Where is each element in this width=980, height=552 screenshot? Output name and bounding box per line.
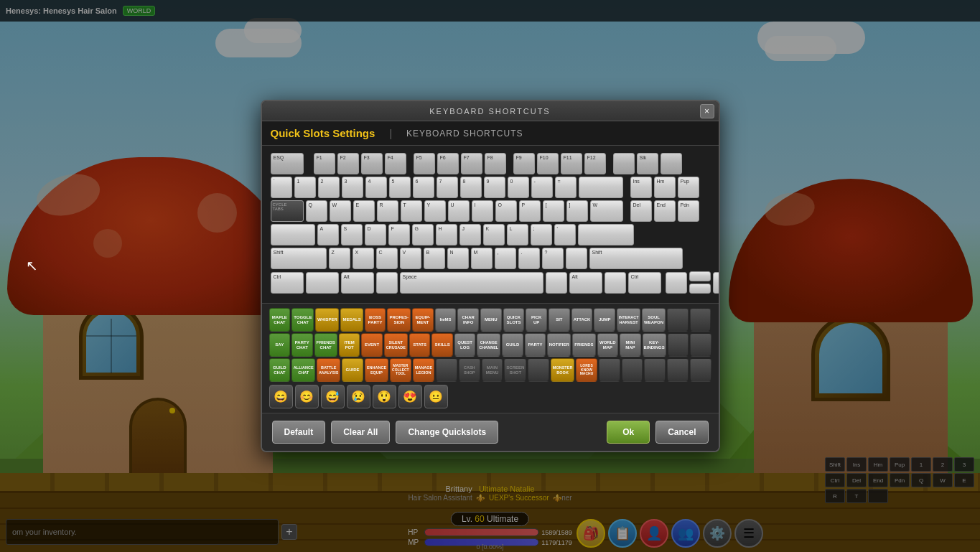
skill-medals[interactable]: MEDALS [340, 308, 363, 332]
key-k[interactable]: K [483, 224, 505, 245]
close-button[interactable]: × [700, 104, 714, 118]
key-9[interactable]: 9 [484, 177, 505, 198]
emoji-surprised[interactable]: 😲 [373, 385, 396, 408]
key-lbracket[interactable]: [ [543, 200, 564, 222]
key-enter[interactable] [578, 224, 634, 245]
key-d[interactable]: D [365, 224, 386, 245]
key-ins[interactable]: Ins [630, 177, 652, 198]
key-f7[interactable]: F7 [461, 153, 482, 174]
key-y[interactable]: Y [424, 200, 446, 222]
change-quickslots-button[interactable]: Change Quickslots [396, 421, 498, 444]
key-v[interactable]: V [400, 248, 421, 269]
key-j[interactable]: J [459, 224, 481, 245]
key-f1[interactable]: F1 [314, 153, 335, 174]
key-l[interactable]: L [507, 224, 528, 245]
key-extra2[interactable] [376, 272, 398, 294]
key-arrow-up[interactable] [689, 271, 711, 281]
key-i[interactable]: I [472, 200, 493, 222]
skill-char-info[interactable]: CHARINFO [457, 308, 479, 332]
skill-notifier[interactable]: NOTIFIER [547, 333, 571, 357]
key-f[interactable]: F [388, 224, 410, 245]
key-f2[interactable]: F2 [337, 153, 359, 174]
key-fn[interactable] [306, 272, 339, 294]
key-extra[interactable] [566, 248, 587, 269]
skill-screenshot[interactable]: SCREENSHOT [504, 358, 526, 382]
key-semicolon[interactable]: ; [531, 224, 552, 245]
key-m[interactable]: M [471, 248, 493, 269]
key-alt-right[interactable]: Alt [569, 272, 602, 294]
key-shift-right[interactable]: Shift [589, 248, 683, 269]
default-button[interactable]: Default [272, 421, 326, 444]
key-3[interactable]: 3 [342, 177, 363, 198]
key-arrow-left[interactable] [666, 272, 687, 294]
skill-toggle-chat[interactable]: TOGGLECHAT [291, 308, 314, 332]
clear-all-button[interactable]: Clear All [331, 421, 390, 444]
skill-change-channel[interactable]: CHANGECHANNEL [477, 333, 500, 357]
skill-item-pot[interactable]: ITEMPOT [339, 333, 360, 357]
key-end[interactable]: End [654, 200, 676, 222]
key-ctrl-left[interactable]: Ctrl [271, 272, 304, 294]
key-space[interactable]: Space [400, 272, 543, 294]
key-f6[interactable]: F6 [437, 153, 459, 174]
key-s[interactable]: S [341, 224, 363, 245]
skill-soul-weapon[interactable]: SOULWEAPON [642, 308, 666, 332]
key-shift-left[interactable]: Shift [271, 248, 327, 269]
key-ctrl-right[interactable]: Ctrl [628, 272, 661, 294]
skill-items[interactable]: IteMS [435, 308, 457, 332]
key-8[interactable]: 8 [460, 177, 482, 198]
key-minus[interactable]: - [531, 177, 553, 198]
emoji-cry[interactable]: 😢 [347, 385, 370, 408]
skill-maple-chat[interactable]: MAPLECHAT [269, 308, 291, 332]
key-f10[interactable]: F10 [537, 153, 559, 174]
key-backtick[interactable]: ` [271, 177, 292, 198]
key-g[interactable]: G [412, 224, 434, 245]
skill-guide[interactable]: GUIDE [342, 358, 363, 382]
skill-friends[interactable]: FRIENDS [572, 333, 595, 357]
key-u[interactable]: U [448, 200, 470, 222]
ok-button[interactable]: Ok [607, 421, 650, 444]
key-comma[interactable]: , [495, 248, 516, 269]
key-7[interactable]: 7 [437, 177, 458, 198]
skill-world-map[interactable]: WORLDMAP [597, 333, 619, 357]
key-rbracket[interactable]: ] [566, 200, 588, 222]
skill-master-collect[interactable]: MASTERCOLLECTTOOL [390, 358, 411, 382]
key-x[interactable]: X [353, 248, 374, 269]
emoji-sweat[interactable]: 😅 [321, 385, 345, 408]
key-e[interactable]: E [353, 200, 375, 222]
key-n[interactable]: N [447, 248, 469, 269]
key-caps[interactable] [271, 224, 315, 245]
skill-mini-map[interactable]: MINIMAP [620, 333, 641, 357]
key-cycle-tabs[interactable]: CYCLETABS [271, 200, 304, 222]
key-6[interactable]: 6 [413, 177, 434, 198]
skill-quick-slots[interactable]: QUICKSLOTS [503, 308, 525, 332]
key-alt-left[interactable]: Alt [341, 272, 374, 294]
key-o[interactable]: O [495, 200, 517, 222]
key-slk[interactable]: Slk [637, 153, 658, 174]
key-f12[interactable]: F12 [584, 153, 606, 174]
key-backspace[interactable] [579, 177, 623, 198]
key-f5[interactable]: F5 [414, 153, 435, 174]
skill-friends-chat[interactable]: FRIENDSCHAT [314, 333, 337, 357]
key-f11[interactable]: F11 [561, 153, 582, 174]
key-f8[interactable]: F8 [485, 153, 506, 174]
tab-quick-slots[interactable]: Quick Slots Settings [271, 127, 375, 139]
skill-say[interactable]: SAY [269, 333, 291, 357]
skill-boss-party[interactable]: BOSSPARTY [365, 308, 386, 332]
skill-party-chat[interactable]: PARTYCHAT [291, 333, 313, 357]
skill-stats[interactable]: STATS [409, 333, 431, 357]
skill-silent-crusade[interactable]: SILENTCRUSADE [384, 333, 408, 357]
key-pause[interactable] [661, 153, 682, 174]
key-w[interactable]: W [330, 200, 351, 222]
skill-lords-know[interactable]: LORDSKNOWMACHU [576, 358, 597, 382]
skill-battle-analysis[interactable]: BATTLEANALYSIS [317, 358, 340, 382]
key-extra4[interactable] [605, 272, 626, 294]
skill-main-menu[interactable]: MAINMENU [482, 358, 503, 382]
key-1[interactable]: 1 [294, 177, 316, 198]
skill-attack[interactable]: ATTACK [571, 308, 593, 332]
skill-skills[interactable]: SKILLS [431, 333, 453, 357]
emoji-love[interactable]: 😍 [398, 385, 422, 408]
key-del[interactable]: Del [630, 200, 652, 222]
key-c[interactable]: C [376, 248, 398, 269]
cancel-button[interactable]: Cancel [655, 421, 708, 444]
key-slash[interactable]: ? [542, 248, 564, 269]
